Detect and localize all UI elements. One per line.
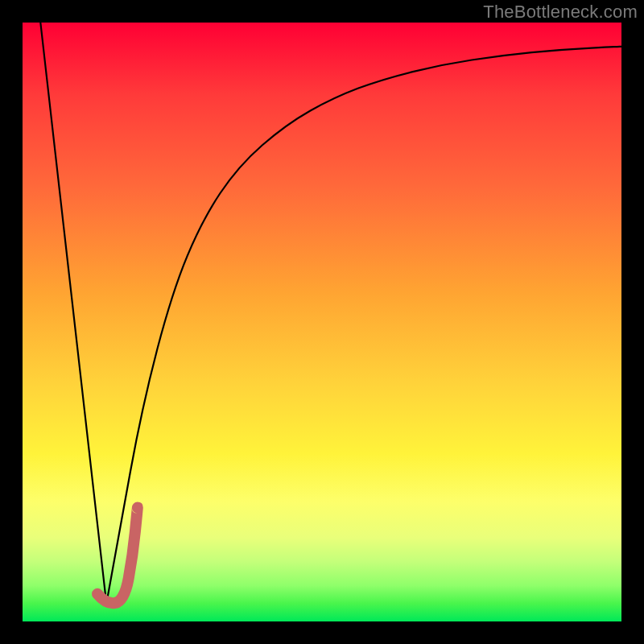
chart-frame: TheBottleneck.com — [0, 0, 644, 644]
plot-area — [23, 23, 621, 621]
left-descent-line — [40, 23, 106, 604]
chart-svg — [23, 23, 621, 621]
watermark-text: TheBottleneck.com — [483, 2, 638, 23]
highlight-hook-line — [97, 508, 138, 604]
right-curve-line — [106, 47, 621, 604]
